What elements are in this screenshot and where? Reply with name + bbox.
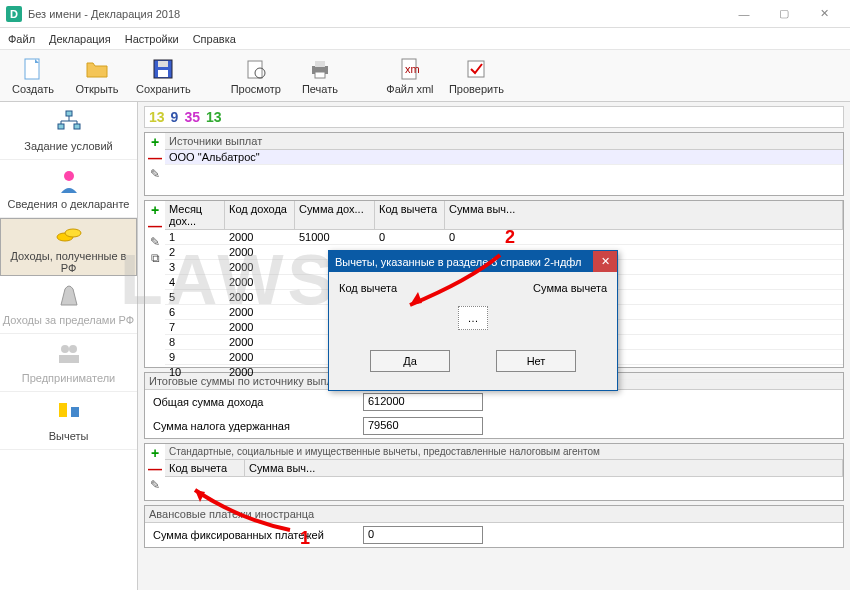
svg-rect-3	[158, 70, 168, 77]
col-month: Месяц дох...	[165, 201, 225, 229]
toolbar-save[interactable]: Сохранить	[136, 57, 191, 95]
menu-settings[interactable]: Настройки	[125, 33, 179, 45]
svg-point-19	[69, 345, 77, 353]
total-income-label: Общая сумма дохода	[153, 396, 353, 408]
sources-panel: + — ✎ Источники выплат ООО "Альбатрос"	[144, 132, 844, 196]
deductions-edit-button[interactable]: ✎	[147, 478, 163, 492]
nav-declarant-label: Сведения о декларанте	[8, 198, 130, 210]
advance-label: Сумма фиксированных платежей	[153, 529, 353, 541]
app-icon: D	[6, 6, 22, 22]
rate-13a[interactable]: 13	[149, 109, 165, 125]
svg-rect-7	[315, 61, 325, 67]
toolbar-check[interactable]: Проверить	[449, 57, 504, 95]
deductions-add-button[interactable]: +	[147, 446, 163, 460]
income-add-button[interactable]: +	[147, 203, 163, 217]
dialog-title: Вычеты, указанные в разделе 3 справки 2-…	[335, 256, 582, 268]
toolbar-preview-label: Просмотр	[231, 83, 281, 95]
annotation-number-2: 2	[505, 227, 515, 248]
disk-icon	[151, 57, 175, 81]
svg-rect-2	[158, 61, 168, 67]
toolbar-preview[interactable]: Просмотр	[231, 57, 281, 95]
col-code: Код дохода	[225, 201, 295, 229]
sources-remove-button[interactable]: —	[147, 151, 163, 165]
col-dsum: Сумма выч...	[445, 201, 843, 229]
dialog-code-label: Код вычета	[339, 282, 397, 294]
nav-income-foreign[interactable]: Доходы за пределами РФ	[0, 276, 137, 334]
sources-header: Источники выплат	[165, 133, 843, 150]
advance-header: Авансовые платежи иностранца	[145, 506, 843, 523]
close-button[interactable]: ✕	[804, 0, 844, 28]
minimize-button[interactable]: —	[724, 0, 764, 28]
svg-rect-13	[58, 124, 64, 129]
nav-entrepreneurs[interactable]: Предприниматели	[0, 334, 137, 392]
svg-rect-11	[468, 61, 484, 77]
income-copy-button[interactable]: ⧉	[147, 251, 163, 265]
toolbar-create[interactable]: Создать	[8, 57, 58, 95]
tree-icon	[55, 109, 83, 137]
menubar: Файл Декларация Настройки Справка	[0, 28, 850, 50]
menu-help[interactable]: Справка	[193, 33, 236, 45]
people-icon	[55, 341, 83, 369]
deduct-icon	[55, 399, 83, 427]
preview-icon	[244, 57, 268, 81]
bag-icon	[55, 283, 83, 311]
svg-rect-8	[315, 72, 325, 78]
nav-deductions[interactable]: Вычеты	[0, 392, 137, 450]
dialog-picker-button[interactable]: …	[458, 306, 488, 330]
nav-declarant[interactable]: Сведения о декларанте	[0, 160, 137, 218]
toolbar-open-label: Открыть	[75, 83, 118, 95]
svg-rect-20	[59, 355, 79, 363]
income-remove-button[interactable]: —	[147, 219, 163, 233]
printer-icon	[308, 57, 332, 81]
rate-13b[interactable]: 13	[206, 109, 222, 125]
folder-icon	[85, 57, 109, 81]
tax-withheld-value[interactable]: 79560	[363, 417, 483, 435]
toolbar-open[interactable]: Открыть	[72, 57, 122, 95]
svg-text:xml: xml	[405, 63, 420, 75]
dialog-close-button[interactable]: ✕	[593, 251, 617, 272]
toolbar-print[interactable]: Печать	[295, 57, 345, 95]
toolbar-check-label: Проверить	[449, 83, 504, 95]
deductions-header: Стандартные, социальные и имущественные …	[165, 444, 843, 460]
advance-value[interactable]: 0	[363, 526, 483, 544]
tax-withheld-label: Сумма налога удержанная	[153, 420, 353, 432]
sources-add-button[interactable]: +	[147, 135, 163, 149]
titlebar: D Без имени - Декларация 2018 — ▢ ✕	[0, 0, 850, 28]
annotation-number-1: 1	[300, 528, 310, 549]
deductions-col-sum: Сумма выч...	[245, 460, 843, 476]
dialog-no-button[interactable]: Нет	[496, 350, 576, 372]
menu-declaration[interactable]: Декларация	[49, 33, 111, 45]
rate-9[interactable]: 9	[171, 109, 179, 125]
income-edit-button[interactable]: ✎	[147, 235, 163, 249]
maximize-button[interactable]: ▢	[764, 0, 804, 28]
dialog-yes-button[interactable]: Да	[370, 350, 450, 372]
rate-tabs: 13 9 35 13	[144, 106, 844, 128]
nav-conditions-label: Задание условий	[24, 140, 112, 152]
deductions-col-code: Код вычета	[165, 460, 245, 476]
svg-point-18	[61, 345, 69, 353]
sources-edit-button[interactable]: ✎	[147, 167, 163, 181]
svg-rect-4	[248, 61, 262, 78]
nav-income-rf-label: Доходы, полученные в РФ	[3, 250, 134, 274]
file-icon	[21, 57, 45, 81]
toolbar: Создать Открыть Сохранить Просмотр Печат…	[0, 50, 850, 102]
toolbar-save-label: Сохранить	[136, 83, 191, 95]
nav-income-rf[interactable]: Доходы, полученные в РФ	[0, 218, 137, 276]
person-icon	[55, 167, 83, 195]
nav-entrepreneurs-label: Предприниматели	[22, 372, 115, 384]
deductions-remove-button[interactable]: —	[147, 462, 163, 476]
col-dcode: Код вычета	[375, 201, 445, 229]
toolbar-create-label: Создать	[12, 83, 54, 95]
menu-file[interactable]: Файл	[8, 33, 35, 45]
svg-point-17	[65, 229, 81, 237]
source-row[interactable]: ООО "Альбатрос"	[165, 150, 264, 164]
rate-35[interactable]: 35	[184, 109, 200, 125]
toolbar-xml[interactable]: xmlФайл xml	[385, 57, 435, 95]
deduction-dialog: Вычеты, указанные в разделе 3 справки 2-…	[328, 250, 618, 391]
sidebar: Задание условий Сведения о декларанте До…	[0, 102, 138, 590]
table-row[interactable]: 120005100000	[165, 230, 843, 245]
nav-conditions[interactable]: Задание условий	[0, 102, 137, 160]
svg-rect-14	[74, 124, 80, 129]
nav-deductions-label: Вычеты	[49, 430, 89, 442]
svg-rect-22	[71, 407, 79, 417]
